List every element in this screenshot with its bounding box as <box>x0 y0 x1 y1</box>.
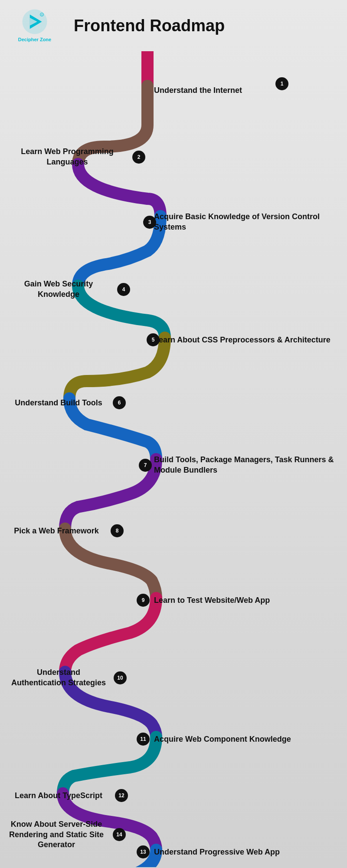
logo-icon: R <box>22 9 48 35</box>
badge-12: 12 <box>115 789 128 802</box>
step-label-3: Acquire Basic Knowledge of Version Contr… <box>154 212 320 231</box>
badge-4: 4 <box>117 283 130 296</box>
step-label-4: Gain Web Security Knowledge <box>24 279 93 298</box>
step-right-5: Learn About CSS Preprocessors & Architec… <box>147 335 347 345</box>
step-right-9: Learn to Test Website/Web App <box>147 595 347 605</box>
step-label-14: Know About Server-Side Rendering and Sta… <box>9 820 104 849</box>
badge-2: 2 <box>132 151 145 164</box>
step-right-11: Acquire Web Component Knowledge <box>147 734 347 744</box>
step-row-8: Pick a Web Framework 8 <box>0 524 347 537</box>
steps-container: 1 Understand the Internet Learn Web Prog… <box>0 60 347 868</box>
badge-10: 10 <box>114 671 127 684</box>
badge-14: 14 <box>113 828 126 841</box>
step-label-9: Learn to Test Website/Web App <box>154 596 270 605</box>
step-row-12: Learn About TypeScript 12 <box>0 789 347 802</box>
step-label-11: Acquire Web Component Knowledge <box>154 735 291 743</box>
step-left-4: Gain Web Security Knowledge <box>0 279 117 299</box>
step-left-14: Know About Server-Side Rendering and Sta… <box>0 819 113 850</box>
step-label-2: Learn Web Programming Languages <box>21 147 114 166</box>
step-label-12: Learn About TypeScript <box>15 791 102 800</box>
step-right-1: Understand the Internet <box>147 85 347 95</box>
step-label-6: Understand Build Tools <box>15 398 102 407</box>
step-row-1: 1 Understand the Internet <box>0 84 347 97</box>
roadmap-container: 1 Understand the Internet Learn Web Prog… <box>0 51 347 868</box>
step-label-1: Understand the Internet <box>154 86 242 95</box>
step-row-7: 7 Build Tools, Package Managers, Task Ru… <box>0 455 347 475</box>
step-label-5: Learn About CSS Preprocessors & Architec… <box>154 335 331 344</box>
step-row-4: Gain Web Security Knowledge 4 <box>0 279 347 299</box>
bottom-steps: Know About Server-Side Rendering and Sta… <box>0 819 347 868</box>
step-label-8: Pick a Web Framework <box>14 526 99 535</box>
step-left-10: Understand Authentication Strategies <box>0 667 117 688</box>
step-label-7: Build Tools, Package Managers, Task Runn… <box>154 455 334 474</box>
step-row-10: Understand Authentication Strategies 10 <box>0 667 347 688</box>
step-row-9: 9 Learn to Test Website/Web App <box>0 594 347 607</box>
step-left-12: Learn About TypeScript <box>0 791 117 801</box>
step-row-11: 11 Acquire Web Component Knowledge <box>0 733 347 746</box>
logo-text: Decipher Zone <box>18 36 51 43</box>
step-row-5: 5 Learn About CSS Preprocessors & Archit… <box>0 333 347 346</box>
step-row-14: Know About Server-Side Rendering and Sta… <box>0 819 347 850</box>
badge-8: 8 <box>111 524 124 537</box>
step-row-2: Learn Web Programming Languages 2 <box>0 147 347 167</box>
step-left-6: Understand Build Tools <box>0 398 117 408</box>
step-left-8: Pick a Web Framework <box>0 526 113 536</box>
step-label-10: Understand Authentication Strategies <box>11 668 106 687</box>
badge-3: 3 <box>143 216 156 229</box>
step-row-6: Understand Build Tools 6 <box>0 396 347 409</box>
step-right-3: Acquire Basic Knowledge of Version Contr… <box>147 212 347 232</box>
logo-container: R Decipher Zone <box>13 9 56 43</box>
step-left-2: Learn Web Programming Languages <box>0 147 134 167</box>
page-header: R Decipher Zone Frontend Roadmap <box>0 0 347 51</box>
step-row-3: 3 Acquire Basic Knowledge of Version Con… <box>0 212 347 232</box>
page-title: Frontend Roadmap <box>74 16 225 35</box>
badge-6: 6 <box>113 396 126 409</box>
badge-7: 7 <box>139 459 152 472</box>
step-right-7: Build Tools, Package Managers, Task Runn… <box>147 455 347 475</box>
